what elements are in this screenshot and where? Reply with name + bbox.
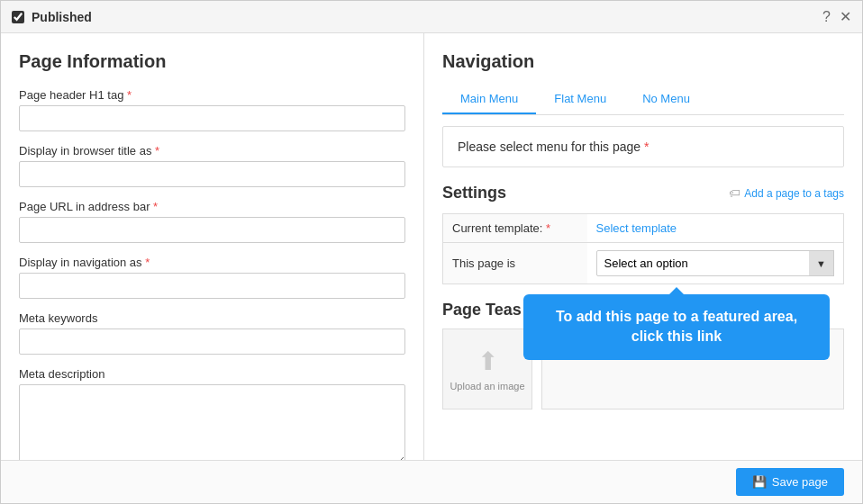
published-checkbox[interactable] bbox=[12, 11, 24, 23]
required-star-url: * bbox=[153, 200, 158, 213]
form-group-browser-title: Display in browser title as * bbox=[19, 144, 405, 187]
settings-table: Current template: * Select template This… bbox=[442, 213, 844, 284]
settings-header: Settings 🏷 Add a page to a tags bbox=[442, 184, 844, 202]
template-value-cell: Select template bbox=[587, 214, 844, 243]
settings-row-template: Current template: * Select template bbox=[443, 214, 844, 243]
settings-title: Settings bbox=[442, 184, 506, 202]
header-right: ? ✕ bbox=[822, 8, 851, 25]
tab-no-menu[interactable]: No Menu bbox=[624, 85, 708, 114]
required-star-h1: * bbox=[127, 88, 132, 102]
label-meta-description: Meta description bbox=[19, 367, 405, 381]
input-page-header[interactable] bbox=[19, 105, 405, 131]
tag-icon: 🏷 bbox=[729, 186, 740, 200]
page-information-title: Page Information bbox=[19, 51, 405, 72]
published-label: Published bbox=[32, 10, 92, 24]
input-url[interactable] bbox=[19, 217, 405, 243]
input-nav-display[interactable] bbox=[19, 273, 405, 299]
select-template-link[interactable]: Select template bbox=[596, 221, 677, 235]
template-label: Current template: * bbox=[443, 214, 587, 243]
page-is-label: This page is bbox=[443, 243, 587, 284]
form-group-h1: Page header H1 tag * bbox=[19, 88, 405, 131]
settings-row-page-is: This page is Select an option ▼ bbox=[443, 243, 844, 284]
dialog-header: Published ? ✕ bbox=[1, 1, 862, 33]
page-is-select[interactable]: Select an option bbox=[596, 250, 835, 276]
label-meta-keywords: Meta keywords bbox=[19, 311, 405, 325]
right-panel: Navigation Main Menu Flat Menu No Menu P… bbox=[424, 33, 862, 460]
upload-icon: ⬆ bbox=[477, 346, 498, 376]
save-icon: 💾 bbox=[752, 475, 767, 489]
required-star-menu: * bbox=[644, 140, 649, 154]
tab-flat-menu[interactable]: Flat Menu bbox=[536, 85, 624, 114]
form-group-meta-keywords: Meta keywords bbox=[19, 311, 405, 355]
tab-main-menu[interactable]: Main Menu bbox=[442, 85, 536, 114]
dialog-footer: 💾 Save page bbox=[1, 460, 862, 503]
dialog: Published ? ✕ Page Information Page head… bbox=[0, 0, 863, 504]
add-tags-link[interactable]: 🏷 Add a page to a tags bbox=[729, 186, 844, 200]
save-page-button[interactable]: 💾 Save page bbox=[736, 468, 844, 496]
label-page-header: Page header H1 tag * bbox=[19, 88, 405, 102]
header-left: Published bbox=[12, 10, 92, 24]
upload-image-box[interactable]: ⬆ Upload an image bbox=[442, 328, 532, 410]
form-group-nav-display: Display in navigation as * bbox=[19, 256, 405, 299]
help-icon[interactable]: ? bbox=[822, 9, 831, 25]
upload-text: Upload an image bbox=[450, 381, 524, 392]
form-group-meta-description: Meta description bbox=[19, 367, 405, 460]
form-group-url: Page URL in address bar * bbox=[19, 200, 405, 243]
callout-tooltip: To add this page to a featured area, cli… bbox=[523, 294, 830, 360]
dialog-body: Page Information Page header H1 tag * Di… bbox=[1, 33, 862, 460]
required-star-nav: * bbox=[145, 256, 150, 269]
required-star-template: * bbox=[546, 221, 550, 235]
label-url: Page URL in address bar * bbox=[19, 200, 405, 213]
navigation-title: Navigation bbox=[442, 51, 844, 72]
input-meta-keywords[interactable] bbox=[19, 328, 405, 355]
page-is-value-cell: Select an option ▼ bbox=[587, 243, 844, 284]
menu-notice: Please select menu for this page * bbox=[442, 126, 844, 167]
select-wrapper: Select an option ▼ bbox=[596, 250, 835, 276]
label-browser-title: Display in browser title as * bbox=[19, 144, 405, 158]
required-star-browser-title: * bbox=[155, 144, 159, 158]
close-icon[interactable]: ✕ bbox=[840, 8, 851, 25]
textarea-meta-description[interactable] bbox=[19, 384, 405, 460]
input-browser-title[interactable] bbox=[19, 161, 405, 187]
left-panel: Page Information Page header H1 tag * Di… bbox=[1, 33, 424, 460]
label-nav-display: Display in navigation as * bbox=[19, 256, 405, 269]
nav-tabs: Main Menu Flat Menu No Menu bbox=[442, 85, 844, 115]
